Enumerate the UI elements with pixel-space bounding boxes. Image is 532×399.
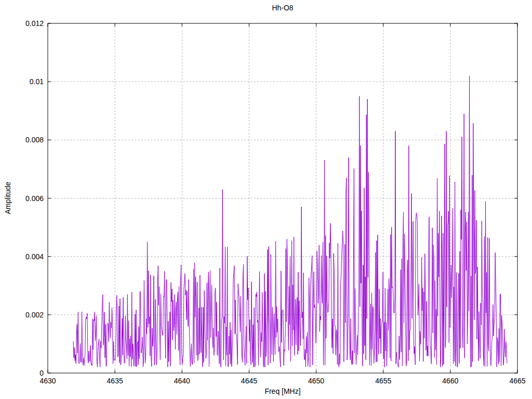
x-tick-label: 4655 [375, 377, 391, 385]
x-tick-label: 4635 [107, 377, 123, 385]
x-tick-label: 4630 [39, 377, 56, 385]
y-tick-label: 0.002 [25, 311, 44, 319]
plot-canvas: 4630463546404645465046554660466500.0020.… [0, 0, 532, 399]
y-tick-label: 0.004 [25, 252, 44, 261]
spectrum-line [73, 76, 507, 367]
grid-lines [48, 23, 517, 373]
x-tick-label: 4640 [174, 377, 190, 385]
x-axis-title: Freq [MHz] [48, 387, 517, 395]
y-tick-label: 0.008 [25, 136, 44, 144]
y-tick-label: 0.012 [25, 19, 44, 28]
y-tick-label: 0 [39, 369, 44, 377]
x-tick-label: 4645 [241, 377, 257, 385]
tick-marks [48, 23, 517, 373]
x-tick-labels: 46304635464046454650465546604665 [39, 377, 525, 385]
y-tick-label: 0.006 [25, 194, 44, 203]
x-tick-label: 4665 [509, 377, 525, 385]
plot-border [48, 23, 517, 373]
y-tick-label: 0.01 [30, 77, 44, 86]
x-tick-label: 4650 [308, 377, 324, 385]
spectrum-chart: Hh-O8 Amplitude 463046354640464546504655… [0, 0, 532, 399]
y-tick-labels: 00.0020.0040.0060.0080.010.012 [25, 19, 44, 377]
x-tick-label: 4660 [442, 377, 458, 385]
